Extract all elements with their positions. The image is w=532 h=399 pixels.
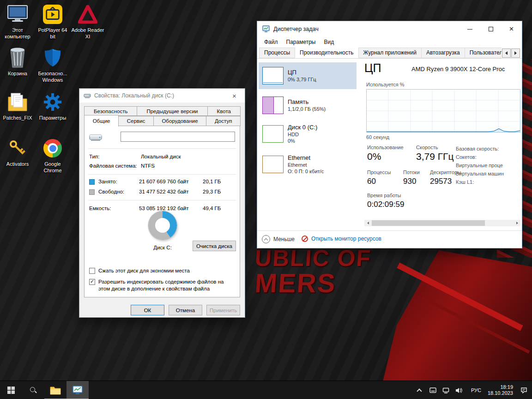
tab-scroll-left-button[interactable] xyxy=(502,48,511,58)
taskbar-task-manager[interactable] xyxy=(66,381,89,399)
action-center-icon[interactable] xyxy=(520,387,527,393)
tab-performance[interactable]: Производительность xyxy=(295,48,358,58)
tab-startup[interactable]: Автозагрузка xyxy=(421,48,465,58)
sidebar-item-disk[interactable]: Диск 0 (C:) HDD 0% xyxy=(259,121,357,147)
sidebar-memory-title: Память xyxy=(288,98,326,106)
tab-tools[interactable]: Сервис xyxy=(118,116,154,126)
sockets-label: Сокетов: xyxy=(456,153,524,161)
tab-quota[interactable]: Квота xyxy=(207,106,241,116)
desktop-icon-label: Activators xyxy=(0,161,35,168)
adobe-reader-icon xyxy=(70,3,105,26)
desktop-icon-label: Google Chrome xyxy=(35,161,70,174)
resource-monitor-label: Открыть монитор ресурсов xyxy=(311,236,381,242)
task-manager-window-icon xyxy=(262,25,270,33)
horizontal-scrollbar[interactable] xyxy=(364,220,520,226)
sidebar-item-memory[interactable]: Память 1,1/2,0 ГБ (55%) xyxy=(259,92,357,119)
sidebar-item-ethernet[interactable]: Ethernet Ethernet О: 0 П: 0 кбит/с xyxy=(259,151,357,178)
desktop-icon-adobe-reader[interactable]: Adobe Reader XI xyxy=(70,3,105,40)
index-checkbox-row[interactable]: Разрешить индексировать содержимое файло… xyxy=(89,278,236,292)
performance-tab-page: ЦП 0% 3,79 ГГц Память 1,1/2,0 ГБ (55%) Д… xyxy=(257,58,522,230)
index-checkbox[interactable] xyxy=(89,279,95,285)
properties-window: Свойства: Локальный диск (C:) × Безопасн… xyxy=(79,88,245,318)
properties-tabs-front-row: Общие Сервис Оборудование Доступ xyxy=(84,116,240,126)
network-tray-icon[interactable] xyxy=(442,387,449,393)
index-checkbox-label: Разрешить индексировать содержимое файло… xyxy=(98,278,236,292)
close-button[interactable]: × xyxy=(224,89,245,103)
start-button[interactable] xyxy=(0,381,22,399)
tab-scroll-buttons xyxy=(502,48,520,58)
volume-tray-icon[interactable] xyxy=(455,387,462,393)
general-tab-page: Тип: Локальный диск Файловая система: NT… xyxy=(84,126,240,297)
tab-security[interactable]: Безопасность xyxy=(84,106,137,116)
desktop-icon-google-chrome[interactable]: Google Chrome xyxy=(35,137,70,174)
menu-bar: Файл Параметры Вид xyxy=(260,38,338,47)
right-arrow-icon xyxy=(516,222,518,224)
desktop-icon-settings[interactable]: Параметры xyxy=(35,91,70,121)
performance-sidebar: ЦП 0% 3,79 ГГц Память 1,1/2,0 ГБ (55%) Д… xyxy=(257,59,358,230)
tab-users[interactable]: Пользователи xyxy=(465,48,502,58)
apply-button[interactable]: Применить xyxy=(206,305,240,315)
task-manager-titlebar[interactable]: Диспетчер задач × xyxy=(257,21,522,37)
menu-file[interactable]: Файл xyxy=(260,38,282,47)
desktop-icon-potplayer[interactable]: PotPlayer 64 bit xyxy=(35,3,70,40)
minimize-button[interactable] xyxy=(459,21,480,37)
properties-titlebar[interactable]: Свойства: Локальный диск (C:) × xyxy=(79,89,245,103)
close-button[interactable]: × xyxy=(501,21,522,37)
tab-app-history[interactable]: Журнал приложений xyxy=(358,48,422,58)
threads-label: Потоки xyxy=(403,169,420,175)
menu-view[interactable]: Вид xyxy=(320,38,338,47)
capacity-bytes: 53 085 192 192 байт xyxy=(139,206,189,211)
fewer-details-label: Меньше xyxy=(273,236,295,242)
capacity-label: Емкость: xyxy=(89,206,111,211)
ethernet-thumbnail xyxy=(262,156,284,173)
disk-cleanup-button[interactable]: Очистка диска xyxy=(193,241,236,251)
open-resource-monitor-link[interactable]: Открыть монитор ресурсов xyxy=(302,236,381,242)
menu-options[interactable]: Параметры xyxy=(282,38,320,47)
filesystem-label: Файловая система: xyxy=(89,163,137,169)
desktop-icon-patches-fix[interactable]: Patches_FIX xyxy=(0,91,35,121)
cpu-usage-chart xyxy=(366,89,520,133)
desktop-icon-this-pc[interactable]: Этот компьютер xyxy=(0,3,35,40)
security-shield-icon xyxy=(35,46,70,69)
tab-general[interactable]: Общие xyxy=(84,115,119,127)
maximize-button[interactable] xyxy=(480,21,501,37)
display-tray-icon[interactable] xyxy=(429,387,436,393)
disk-usage-donut xyxy=(148,211,177,240)
chrome-icon xyxy=(35,137,70,160)
desktop-icon-recycle-bin[interactable]: Корзина xyxy=(0,46,35,77)
separator xyxy=(88,148,236,149)
tab-previous-versions[interactable]: Предыдущие версии xyxy=(137,106,207,116)
desktop-icon-label: Adobe Reader XI xyxy=(70,27,105,40)
this-pc-icon xyxy=(0,3,35,26)
search-button[interactable] xyxy=(22,381,44,399)
tab-scroll-right-button[interactable] xyxy=(511,48,520,58)
desktop-icon-windows-security[interactable]: Безопасно... Windows xyxy=(35,46,70,84)
gear-icon xyxy=(35,91,70,114)
clock[interactable]: 18:19 18.10.2023 xyxy=(488,384,513,396)
volume-label-input[interactable] xyxy=(121,132,235,142)
capacity-size: 49,4 ГБ xyxy=(203,206,221,211)
compress-checkbox-row[interactable]: Сжать этот диск для экономии места xyxy=(89,267,236,274)
right-arrow-icon xyxy=(514,51,517,55)
l1-cache-label: Кэш L1: xyxy=(456,178,524,186)
fewer-details-button[interactable]: Меньше xyxy=(262,235,295,243)
sidebar-disk-title: Диск 0 (C:) xyxy=(288,124,317,131)
desktop-icon-activators[interactable]: Activators xyxy=(0,137,35,168)
scroll-left-button[interactable] xyxy=(364,220,371,226)
language-indicator[interactable]: РУС xyxy=(471,387,481,393)
hidden-icons-chevron[interactable] xyxy=(417,388,422,393)
scroll-right-button[interactable] xyxy=(514,220,520,226)
processes-value: 60 xyxy=(367,177,376,186)
tab-processes[interactable]: Процессы xyxy=(259,48,295,58)
sidebar-item-cpu[interactable]: ЦП 0% 3,79 ГГц xyxy=(259,62,357,89)
cpu-detail-pane: ЦП AMD Ryzen 9 3900X 12-Core Proc Исполь… xyxy=(358,59,522,230)
maximize-icon xyxy=(489,27,493,31)
ok-button[interactable]: ОК xyxy=(131,305,164,315)
cancel-button[interactable]: Отмена xyxy=(169,305,202,315)
compress-checkbox[interactable] xyxy=(89,268,95,274)
tab-hardware[interactable]: Оборудование xyxy=(153,116,207,126)
scrollbar-thumb[interactable] xyxy=(372,220,485,226)
taskbar-file-explorer[interactable] xyxy=(44,381,66,399)
tab-sharing[interactable]: Доступ xyxy=(206,116,241,126)
utilization-label: Использование xyxy=(367,145,404,150)
